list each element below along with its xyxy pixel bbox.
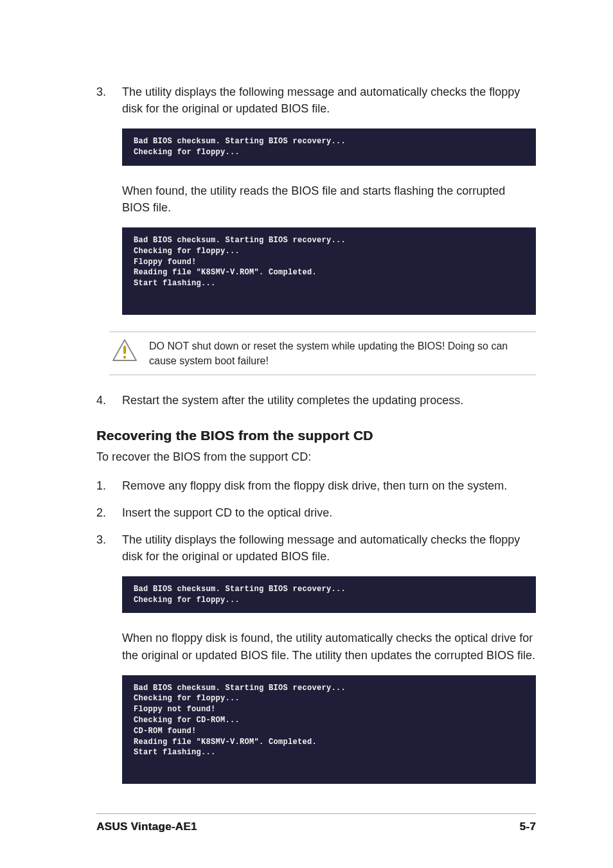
cd-step-2-number: 2. [96,504,122,521]
cd-step-1-text: Remove any floppy disk from the floppy d… [122,477,536,494]
heading-recovering-cd: Recovering the BIOS from the support CD [96,428,536,443]
cd-step-1-number: 1. [96,477,122,494]
step-3-text: The utility displays the following messa… [122,84,536,117]
step-3-number: 3. [96,84,122,117]
footer-right: 5-7 [520,820,536,833]
warning-icon [112,339,138,364]
page-footer: ASUS Vintage-AE1 5-7 [96,813,536,833]
cd-step-3-text: The utility displays the following messa… [122,531,536,565]
step-4: 4. Restart the system after the utility … [96,392,536,409]
step-4-text: Restart the system after the utility com… [122,392,536,409]
cd-step-3-number: 3. [96,531,122,565]
terminal-block-2: Bad BIOS checksum. Starting BIOS recover… [122,227,536,315]
subtext-recovering-cd: To recover the BIOS from the support CD: [96,448,536,465]
warning-text: DO NOT shut down or reset the system whi… [149,339,533,368]
terminal-block-3: Bad BIOS checksum. Starting BIOS recover… [122,576,536,614]
footer-left: ASUS Vintage-AE1 [96,820,197,833]
cd-step-2-text: Insert the support CD to the optical dri… [122,504,536,521]
svg-rect-1 [123,346,126,354]
terminal-block-4: Bad BIOS checksum. Starting BIOS recover… [122,675,536,784]
found-text: When found, the utility reads the BIOS f… [122,182,536,216]
cd-step-3: 3. The utility displays the following me… [96,531,536,565]
warning-callout: DO NOT shut down or reset the system whi… [109,332,536,375]
step-4-number: 4. [96,392,122,409]
cd-step-1: 1. Remove any floppy disk from the flopp… [96,477,536,494]
cd-step-2: 2. Insert the support CD to the optical … [96,504,536,521]
terminal-block-1: Bad BIOS checksum. Starting BIOS recover… [122,128,536,166]
svg-point-2 [123,356,126,359]
no-floppy-text: When no floppy disk is found, the utilit… [122,630,536,663]
step-3: 3. The utility displays the following me… [96,84,536,117]
